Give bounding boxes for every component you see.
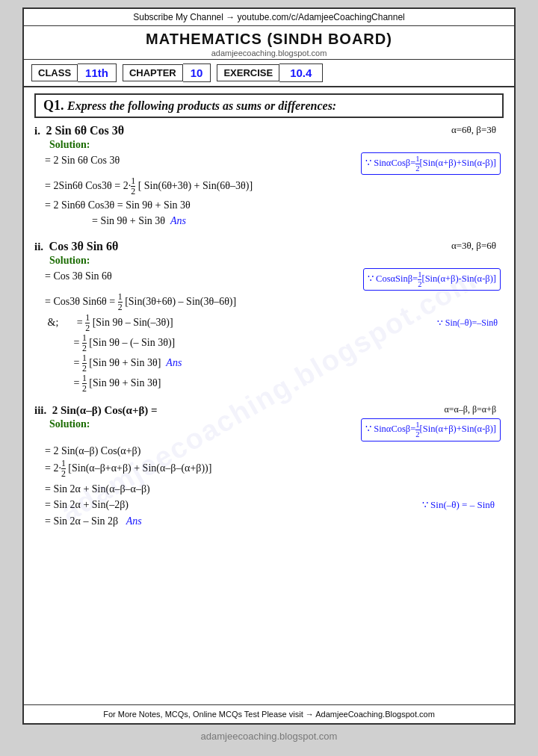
- part-iii-identity-note: ∵ Sin(–θ) = – Sinθ: [422, 499, 495, 511]
- part-iii-section: iii. 2 Sin(α–β) Cos(α+β) = α=α–β, β=α+β …: [34, 404, 504, 529]
- footer-text: For More Notes, MCQs, Online MCQs Test P…: [103, 710, 435, 719]
- part-ii-formula: ∵ CosαSinβ=12[Sin(α+β)-Sin(α-β)]: [363, 268, 501, 291]
- part-i-step-2: = 2Sin6θ Cos3θ = 2·12 [ Sin(6θ+3θ) + Sin…: [45, 176, 504, 196]
- exercise-value: 10.4: [279, 63, 323, 82]
- question-header: Q1. Express the following products as su…: [34, 93, 504, 118]
- part-i-step-1: = 2 Sin 6θ Cos 3θ: [45, 152, 120, 169]
- part-iii-alpha-beta: α=α–β, β=α+β: [445, 404, 496, 415]
- main-page: Subscribe My Channel → youtube.com/c/Ada…: [22, 7, 516, 725]
- chapter-value: 10: [183, 63, 211, 82]
- part-iii-title: iii. 2 Sin(α–β) Cos(α+β) =: [34, 404, 158, 417]
- part-ii-step-2: = Cos3θ Sin6θ = 12 [Sin(3θ+6θ) – Sin(3θ–…: [45, 292, 504, 312]
- part-iii-step-4: = Sin 2α + Sin(–2β): [45, 497, 129, 513]
- subscribe-text: Subscribe My Channel → youtube.com/c/Ada…: [133, 12, 405, 22]
- main-title: MATHEMATICS (SINDH BOARD): [31, 31, 507, 48]
- subscribe-bar: Subscribe My Channel → youtube.com/c/Ada…: [24, 9, 514, 26]
- part-i-formula: ∵ SinαCosβ=12[Sin(α+β)+Sin(α-β)]: [361, 152, 501, 175]
- part-i-title: i. 2 Sin 6θ Cos 3θ: [34, 124, 124, 137]
- part-ii-section: ii. Cos 3θ Sin 6θ α=3θ, β=6θ Solution: =…: [34, 240, 504, 394]
- part-iii-solution-label: Solution:: [49, 418, 90, 430]
- content-area: adamjeecoaching.blogspot.com Q1. Express…: [24, 87, 514, 704]
- part-i-step-4: = Sin 9θ + Sin 3θ Ans: [45, 213, 504, 229]
- part-ii-title: ii. Cos 3θ Sin 6θ: [34, 240, 118, 253]
- subtitle: adamjeecoaching.blogspot.com: [31, 49, 507, 58]
- part-i-solution-label: Solution:: [49, 139, 504, 151]
- exercise-label: EXERCISE: [217, 64, 279, 81]
- part-iii-step-3: = Sin 2α + Sin(α–β–α–β): [45, 480, 504, 497]
- part-ii-step-5: = 12 [Sin 9θ + Sin 3θ] Ans: [45, 353, 504, 374]
- part-i-alpha-beta: α=6θ, β=3θ: [451, 124, 496, 136]
- part-ii-step-1: = Cos 3θ Sin 6θ: [45, 268, 112, 285]
- part-ii-step-4: = 12 [Sin 9θ – (– Sin 3θ)]: [45, 333, 504, 353]
- class-label: CLASS: [31, 64, 78, 81]
- class-row: CLASS 11th CHAPTER 10 EXERCISE 10.4: [24, 60, 514, 87]
- question-number: Q1.: [43, 98, 67, 113]
- part-iii-formula: ∵ SinαCosβ=12[Sin(α+β)+Sin(α-β)]: [361, 418, 501, 441]
- part-ii-step-3: &; = 12 [Sin 9θ – Sin(–3θ)]: [45, 313, 173, 333]
- part-ii-identity-note: ∵ Sin(–θ)=–Sinθ: [437, 317, 498, 329]
- class-value: 11th: [78, 63, 117, 82]
- part-ii-step-6: = 12 [Sin 9θ + Sin 3θ]: [45, 374, 504, 394]
- bottom-credit: adamjeecoaching.blogspot.com: [201, 731, 338, 742]
- question-text: Express the following products as sums o…: [67, 99, 336, 112]
- part-i-section: i. 2 Sin 6θ Cos 3θ α=6θ, β=3θ Solution: …: [34, 124, 504, 229]
- chapter-label: CHAPTER: [123, 64, 183, 81]
- part-i-step-3: = 2 Sin6θ Cos3θ = Sin 9θ + Sin 3θ: [45, 197, 504, 214]
- part-iii-step-2: = 2·12 [Sin(α–β+α+β) + Sin(α–β–(α+β))]: [45, 459, 504, 479]
- part-iii-step-1: = 2 Sin(α–β) Cos(α+β): [45, 443, 504, 459]
- footer: For More Notes, MCQs, Online MCQs Test P…: [24, 704, 514, 723]
- title-section: MATHEMATICS (SINDH BOARD) adamjeecoachin…: [24, 26, 514, 60]
- part-ii-solution-label: Solution:: [49, 255, 504, 267]
- part-ii-alpha-beta: α=3θ, β=6θ: [451, 240, 496, 252]
- part-iii-step-5: = Sin 2α – Sin 2β Ans: [45, 513, 504, 530]
